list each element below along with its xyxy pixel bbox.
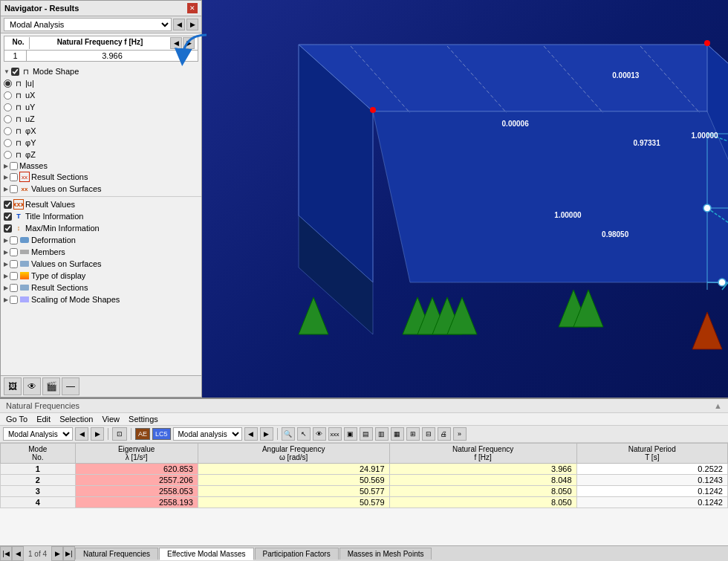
toolbar-eye-button[interactable]: 👁	[313, 427, 326, 441]
freq-prev-button[interactable]: ◀	[170, 37, 182, 49]
nav-next-button[interactable]: ▶	[186, 19, 198, 30]
deformation-row[interactable]: ▶ Deformation	[1, 234, 201, 246]
uy-radio[interactable]	[4, 103, 12, 111]
uy-row[interactable]: ⊓ uY	[1, 101, 201, 113]
mode-shape-checkbox[interactable]	[11, 68, 19, 76]
scaling-label: Scaling of Mode Shapes	[31, 295, 120, 304]
toolbar-prev1-button[interactable]: ◀	[75, 427, 88, 441]
nav-animation-button[interactable]: 🎬	[42, 377, 60, 395]
ux-row[interactable]: ⊓ uX	[1, 89, 201, 101]
phiy-radio[interactable]	[4, 139, 12, 147]
cell-period-4: 0.1242	[576, 497, 727, 508]
toolbar-cursor-button[interactable]: ↖	[297, 427, 311, 441]
toolbar-next2-button[interactable]: ▶	[260, 427, 273, 441]
bottom-title-text: Natural Frequencies	[6, 401, 79, 410]
u-abs-radio[interactable]	[4, 80, 12, 88]
toolbar-b5-button[interactable]: ⊞	[406, 427, 420, 441]
tab-last-button[interactable]: ▶|	[63, 546, 75, 561]
toolbar-dropdown2[interactable]: Modal analysis	[173, 427, 242, 441]
toolbar-b3-button[interactable]: ▥	[375, 427, 389, 441]
phiz-row[interactable]: ⊓ φZ	[1, 149, 201, 160]
phiy-icon: ⊓	[13, 137, 24, 148]
masses-checkbox[interactable]	[10, 162, 18, 170]
svg-point-31	[704, 40, 710, 46]
phix-row[interactable]: ⊓ φX	[1, 125, 201, 137]
phiz-icon: ⊓	[13, 149, 24, 160]
toolbar-print-button[interactable]: 🖨	[438, 427, 451, 441]
table-row: 3 2558.053 50.577 8.050 0.1242	[1, 486, 728, 497]
cell-angular-3: 50.577	[198, 486, 389, 497]
toolbar-more-button[interactable]: »	[453, 427, 467, 441]
tab-bar: |◀ ◀ 1 of 4 ▶ ▶| Natural Frequencies Eff…	[0, 545, 728, 561]
ux-radio[interactable]	[4, 91, 12, 100]
toolbar-icon1-button[interactable]: ⊡	[112, 427, 127, 441]
title-info-row[interactable]: T Title Information	[1, 210, 201, 222]
result-values-icon: xxx	[13, 199, 24, 210]
nav-prev-button[interactable]: ◀	[173, 19, 185, 30]
uz-row[interactable]: ⊓ uZ	[1, 113, 201, 125]
type-display-label: Type of display	[31, 271, 85, 280]
result-sections2-row[interactable]: ▶ Result Sections	[1, 282, 201, 294]
menu-goto[interactable]: Go To	[6, 415, 27, 424]
tab-next-button[interactable]: ▶	[51, 546, 63, 561]
nav-view-button[interactable]: 👁	[23, 377, 41, 395]
tab-first-button[interactable]: |◀	[0, 546, 12, 561]
toolbar-b6-button[interactable]: ⊟	[422, 427, 435, 441]
mode-shape-row[interactable]: ▼ ⊓ Mode Shape	[1, 65, 201, 77]
deformation-checkbox[interactable]	[10, 236, 18, 244]
maxmin-info-row[interactable]: ↕ Max/Min Information	[1, 222, 201, 234]
masses-row[interactable]: ▶ Masses	[1, 160, 201, 171]
u-abs-icon: ⊓	[13, 78, 24, 88]
phiy-row[interactable]: ⊓ φY	[1, 137, 201, 149]
phiz-radio[interactable]	[4, 151, 12, 159]
toolbar-bar: Modal Analysis ◀ ▶ ⊡ AE LC5 Modal analys…	[0, 426, 728, 443]
label-1.00000a: 1.00000	[691, 132, 718, 140]
navigator-close-button[interactable]: ✕	[187, 3, 198, 13]
values-surfaces1-row[interactable]: ▶ xx Values on Surfaces	[1, 183, 201, 195]
rs2-checkbox[interactable]	[10, 284, 18, 292]
phix-label: φX	[25, 126, 36, 135]
vs1-checkbox[interactable]	[10, 185, 18, 193]
result-values-checkbox[interactable]	[4, 201, 12, 209]
rs1-checkbox[interactable]	[10, 173, 18, 181]
vs1-collapse-icon: ▶	[4, 186, 8, 192]
label-0.00006: 0.00006	[502, 120, 529, 128]
maxmin-info-checkbox[interactable]	[4, 224, 12, 233]
nav-dash-button[interactable]: —	[62, 377, 79, 395]
toolbar-next1-button[interactable]: ▶	[91, 427, 104, 441]
toolbar-b2-button[interactable]: ▤	[360, 427, 373, 441]
vs2-checkbox[interactable]	[10, 260, 18, 268]
u-abs-row[interactable]: ⊓ |u|	[1, 77, 201, 89]
nav-render-button[interactable]: 🖼	[4, 377, 22, 395]
tab-natural-frequencies[interactable]: Natural Frequencies	[75, 548, 158, 560]
members-checkbox[interactable]	[10, 248, 18, 256]
navigator-dropdown[interactable]: Modal Analysis	[4, 18, 172, 31]
menu-settings[interactable]: Settings	[129, 415, 158, 424]
toolbar-prev2-button[interactable]: ◀	[244, 427, 258, 441]
menu-view[interactable]: View	[102, 415, 120, 424]
type-display-checkbox[interactable]	[10, 272, 18, 280]
tab-effective-modal-masses[interactable]: Effective Modal Masses	[159, 548, 253, 560]
tab-participation-factors[interactable]: Participation Factors	[255, 548, 339, 560]
toolbar-b4-button[interactable]: ▦	[391, 427, 404, 441]
uz-radio[interactable]	[4, 115, 12, 123]
phix-radio[interactable]	[4, 127, 12, 135]
toolbar-search-button[interactable]: 🔍	[282, 427, 295, 441]
menu-edit[interactable]: Edit	[36, 415, 51, 424]
type-display-row[interactable]: ▶ Type of display	[1, 270, 201, 282]
toolbar-b1-button[interactable]: ▣	[344, 427, 357, 441]
title-info-checkbox[interactable]	[4, 213, 12, 221]
scaling-checkbox[interactable]	[10, 296, 18, 304]
members-row[interactable]: ▶ Members	[1, 246, 201, 258]
freq-next-button[interactable]: ▶	[183, 37, 195, 49]
cell-eigenvalue-1: 620.853	[75, 464, 198, 475]
result-sections1-row[interactable]: ▶ xx Result Sections	[1, 171, 201, 183]
tab-masses-mesh-points[interactable]: Masses in Mesh Points	[339, 548, 432, 560]
values-surfaces2-row[interactable]: ▶ Values on Surfaces	[1, 258, 201, 270]
tab-prev-button[interactable]: ◀	[12, 546, 24, 561]
menu-selection[interactable]: Selection	[59, 415, 93, 424]
toolbar-xxx-button[interactable]: xxx	[328, 427, 342, 441]
toolbar-dropdown1[interactable]: Modal Analysis	[3, 427, 73, 441]
result-values-row[interactable]: xxx Result Values	[1, 198, 201, 210]
scaling-row[interactable]: ▶ Scaling of Mode Shapes	[1, 294, 201, 305]
